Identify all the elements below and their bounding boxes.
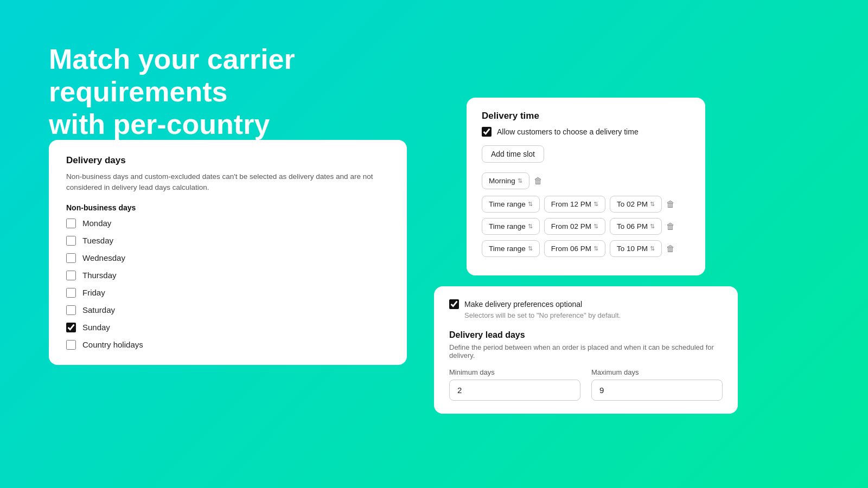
to-spinner-icon: ⇅ [650,245,655,252]
day-label-country holidays: Country holidays [82,340,143,349]
delivery-days-description: Non-business days and custom-excluded da… [66,171,390,194]
slot-name-select[interactable]: Morning ⇅ [482,172,529,189]
type-spinner-icon: ⇅ [528,201,533,208]
list-item: Monday [66,219,390,228]
slot-delete-icon[interactable]: 🗑 [534,176,542,186]
day-checkbox-thursday[interactable] [66,271,76,280]
time-range-row: Time range⇅From 06 PM⇅To 10 PM⇅🗑 [482,240,690,257]
list-item: Tuesday [66,236,390,246]
time-range-to-select[interactable]: To 02 PM⇅ [610,196,662,213]
list-item: Thursday [66,271,390,280]
day-label-wednesday: Wednesday [82,253,125,262]
delivery-days-title: Delivery days [66,155,390,166]
to-spinner-icon: ⇅ [650,223,655,230]
lead-days-inputs: Minimum days Maximum days [449,368,723,401]
to-spinner-icon: ⇅ [650,201,655,208]
day-checkbox-friday[interactable] [66,288,76,298]
from-spinner-icon: ⇅ [593,201,598,208]
preferences-card: Make delivery preferences optional Selec… [434,286,738,414]
time-range-type-select[interactable]: Time range⇅ [482,196,540,213]
minimum-days-label: Minimum days [449,368,580,376]
day-checkbox-sunday[interactable] [66,323,76,332]
list-item: Friday [66,288,390,298]
list-item: Saturday [66,305,390,315]
time-range-to-select[interactable]: To 06 PM⇅ [610,218,662,235]
allow-delivery-time-label: Allow customers to choose a delivery tim… [497,127,639,136]
day-checkbox-saturday[interactable] [66,305,76,315]
delivery-time-card: Delivery time Allow customers to choose … [467,98,705,275]
day-label-sunday: Sunday [82,323,110,332]
from-spinner-icon: ⇅ [593,223,598,230]
pref-hint-text: Selectors will be set to "No preference"… [464,311,723,319]
lead-days-title: Delivery lead days [449,330,723,340]
type-spinner-icon: ⇅ [528,223,533,230]
lead-days-description: Define the period between when an order … [449,343,723,359]
time-range-from-select[interactable]: From 02 PM⇅ [544,218,605,235]
time-slot-header: Morning ⇅ 🗑 [482,172,690,189]
time-ranges-list: Time range⇅From 12 PM⇅To 02 PM⇅🗑Time ran… [482,196,690,257]
day-label-saturday: Saturday [82,305,115,314]
maximum-days-input[interactable] [591,380,723,401]
day-label-friday: Friday [82,288,105,297]
add-time-slot-button[interactable]: Add time slot [482,145,544,163]
make-optional-label: Make delivery preferences optional [464,300,582,309]
day-label-tuesday: Tuesday [82,236,113,245]
day-checkbox-country holidays[interactable] [66,340,76,350]
time-range-from-select[interactable]: From 12 PM⇅ [544,196,605,213]
type-spinner-icon: ⇅ [528,245,533,252]
maximum-days-label: Maximum days [591,368,723,376]
time-range-type-select[interactable]: Time range⇅ [482,218,540,235]
time-range-to-select[interactable]: To 10 PM⇅ [610,240,662,257]
delivery-time-title: Delivery time [482,111,690,121]
minimum-days-input[interactable] [449,380,580,401]
list-item: Country holidays [66,340,390,350]
day-checkbox-monday[interactable] [66,219,76,228]
minimum-days-field: Minimum days [449,368,580,401]
make-optional-row: Make delivery preferences optional [449,299,723,309]
allow-delivery-time-row: Allow customers to choose a delivery tim… [482,127,690,137]
allow-delivery-time-checkbox[interactable] [482,127,492,137]
time-range-row: Time range⇅From 02 PM⇅To 06 PM⇅🗑 [482,218,690,235]
from-spinner-icon: ⇅ [593,245,598,252]
time-range-delete-icon[interactable]: 🗑 [666,222,675,232]
list-item: Wednesday [66,253,390,263]
time-range-type-select[interactable]: Time range⇅ [482,240,540,257]
time-range-delete-icon[interactable]: 🗑 [666,200,675,209]
slot-name-spinner-icon: ⇅ [518,177,522,184]
list-item: Sunday [66,323,390,332]
make-optional-checkbox[interactable] [449,299,459,309]
day-label-monday: Monday [82,219,111,228]
time-range-from-select[interactable]: From 06 PM⇅ [544,240,605,257]
non-business-days-label: Non-business days [66,203,390,212]
time-range-row: Time range⇅From 12 PM⇅To 02 PM⇅🗑 [482,196,690,213]
maximum-days-field: Maximum days [591,368,723,401]
days-checkbox-list: MondayTuesdayWednesdayThursdayFridaySatu… [66,219,390,350]
day-label-thursday: Thursday [82,271,117,280]
time-range-delete-icon[interactable]: 🗑 [666,244,675,254]
day-checkbox-tuesday[interactable] [66,236,76,246]
delivery-days-card: Delivery days Non-business days and cust… [49,140,407,365]
day-checkbox-wednesday[interactable] [66,253,76,263]
